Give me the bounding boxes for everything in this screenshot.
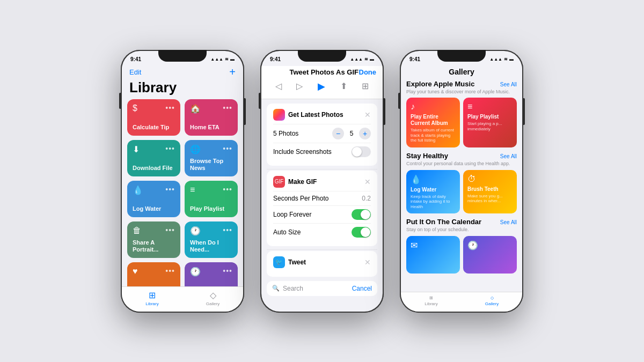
shortcut-when-do-i-need[interactable]: 🕐 ••• When Do I Need...: [185, 221, 238, 258]
signal-icon-1: ▲▲▲: [210, 57, 223, 62]
loop-forever-toggle[interactable]: [352, 209, 371, 220]
calculate-tip-menu[interactable]: •••: [165, 104, 175, 112]
email-calendar-card[interactable]: ✉: [406, 236, 460, 274]
log-water-icon: 💧: [133, 185, 143, 195]
shortcut-calculate-tip[interactable]: $ ••• Calculate Tip: [127, 99, 180, 136]
phone3-tab-bar: ⊞ Library ◇ Gallery: [401, 292, 522, 312]
shortcuts-grid: $ ••• Calculate Tip 🏠 ••• Home ETA: [122, 99, 243, 286]
gallery-tab-label-1: Gallery: [206, 301, 219, 306]
share-portrait-menu[interactable]: •••: [165, 226, 175, 234]
redo-button[interactable]: ▷: [296, 81, 303, 91]
brush-teeth-card[interactable]: ⏱ Brush Teeth Make sure you g... minutes…: [463, 170, 517, 214]
play-album-title: Play Entire Current Album: [411, 114, 456, 127]
stay-healthy-subtitle: Control your personal data using the Hea…: [406, 161, 517, 167]
play-playlist-icon: ≡: [190, 185, 195, 195]
play-playlist-card[interactable]: ≡ Play Playlist Start playing a p... imm…: [463, 98, 517, 147]
gif-done-button[interactable]: Done: [359, 68, 377, 76]
phone-3: 9:41 ▲▲▲ ≋ ▬ Gallery Explore Apple Music: [400, 50, 523, 313]
browse-top-news-menu[interactable]: •••: [223, 144, 232, 153]
gif-search-bar[interactable]: 🔍 Search Cancel: [267, 281, 377, 296]
library-title: Library: [129, 79, 236, 96]
status-icons-1: ▲▲▲ ≋ ▬: [210, 57, 235, 62]
laundry-timer-menu[interactable]: •••: [223, 267, 232, 275]
phone-3-screen: 9:41 ▲▲▲ ≋ ▬ Gallery Explore Apple Music: [401, 51, 522, 312]
photos-decrement-button[interactable]: −: [332, 128, 344, 139]
phones-container: 9:41 ▲▲▲ ≋ ▬ Edit + Library: [121, 50, 523, 313]
seconds-per-photo-row: Seconds Per Photo 0.2: [273, 191, 371, 205]
shortcut-home-eta[interactable]: 🏠 ••• Home ETA: [185, 99, 238, 136]
shortcut-aww[interactable]: ♥ ••• Aww: [127, 262, 180, 286]
shortcut-play-playlist[interactable]: ≡ ••• Play Playlist: [185, 181, 238, 217]
seconds-per-photo-value: 0.2: [362, 195, 371, 202]
music-note-icon: ♪: [411, 102, 456, 112]
tab-library-3[interactable]: ⊞ Library: [401, 295, 462, 306]
auto-size-toggle[interactable]: [352, 227, 371, 238]
twitter-icon: 🐦: [273, 256, 285, 268]
stay-healthy-see-all[interactable]: See All: [500, 153, 517, 159]
clock-calendar-card[interactable]: 🕐: [463, 236, 517, 274]
gallery-tab-icon-1: ◇: [210, 290, 216, 300]
undo-button[interactable]: ◁: [275, 81, 282, 91]
aww-menu[interactable]: •••: [165, 267, 175, 275]
gallery-content: Explore Apple Music See All Play your tu…: [401, 80, 522, 292]
time-2: 9:41: [270, 56, 281, 62]
home-eta-menu[interactable]: •••: [223, 104, 232, 112]
edit-button[interactable]: Edit: [129, 68, 141, 76]
phone-2-screen: 9:41 ▲▲▲ ≋ ▬ Tweet Photos As GIF Done ◁: [261, 51, 383, 312]
battery-icon-1: ▬: [230, 57, 235, 62]
play-playlist-title: Play Playlist: [467, 114, 513, 120]
home-eta-icon: 🏠: [190, 104, 201, 114]
library-tab-icon-1: ⊞: [149, 290, 156, 300]
seconds-per-photo-label: Seconds Per Photo: [273, 195, 328, 202]
search-icon: 🔍: [272, 285, 280, 292]
tweet-close[interactable]: ✕: [364, 258, 371, 267]
make-gif-card: GIF Make GIF ✕ Seconds Per Photo 0.2 Loo…: [267, 171, 377, 246]
download-file-menu[interactable]: •••: [165, 144, 175, 153]
battery-icon-2: ▬: [370, 57, 374, 62]
calendar-see-all[interactable]: See All: [500, 219, 517, 225]
log-water-gallery-card[interactable]: 💧 Log Water Keep track of daily intake b…: [406, 170, 460, 214]
include-screenshots-label: Include Screenshots: [273, 148, 332, 156]
apple-music-subtitle: Play your tunes & discover more of Apple…: [406, 89, 517, 95]
when-do-i-need-menu[interactable]: •••: [223, 226, 232, 234]
calculate-tip-icon: $: [133, 104, 137, 113]
tab-gallery-1[interactable]: ◇ Gallery: [182, 290, 243, 306]
make-gif-close[interactable]: ✕: [364, 178, 371, 186]
tab-gallery-3[interactable]: ◇ Gallery: [462, 295, 522, 306]
shortcut-log-water[interactable]: 💧 ••• Log Water: [127, 181, 180, 217]
shortcut-browse-top-news[interactable]: 🌐 ••• Browse Top News: [185, 140, 238, 176]
apple-music-see-all[interactable]: See All: [500, 82, 517, 87]
wifi-icon-2: ≋: [364, 57, 368, 62]
notch-3: [437, 50, 486, 62]
phone-2: 9:41 ▲▲▲ ≋ ▬ Tweet Photos As GIF Done ◁: [260, 50, 384, 313]
add-shortcut-button[interactable]: +: [229, 66, 236, 78]
download-file-label: Download File: [133, 165, 175, 172]
share-button[interactable]: ⬆: [340, 81, 347, 91]
get-latest-photos-close[interactable]: ✕: [364, 110, 371, 119]
photos-increment-button[interactable]: +: [359, 128, 371, 139]
tab-library-1[interactable]: ⊞ Library: [122, 290, 182, 306]
wifi-icon-3: ≋: [504, 57, 508, 62]
shortcut-download-file[interactable]: ⬇ ••• Download File: [127, 140, 180, 176]
tweet-card: 🐦 Tweet ✕: [267, 251, 377, 277]
play-playlist-menu[interactable]: •••: [223, 185, 232, 194]
brush-teeth-sub: Make sure you g... minutes in wher...: [467, 194, 513, 204]
gif-title: Tweet Photos As GIF: [289, 68, 359, 76]
aww-icon: ♥: [133, 267, 138, 276]
settings-button[interactable]: ⊞: [362, 81, 369, 91]
shortcut-laundry-timer[interactable]: 🕐 ••• Laundry Timer: [185, 262, 238, 286]
play-button[interactable]: ▶: [318, 80, 325, 92]
log-water-gallery-sub: Keep track of daily intake by adding it …: [411, 194, 456, 210]
share-portrait-icon: 🗑: [133, 226, 141, 235]
play-entire-album-card[interactable]: ♪ Play Entire Current Album Takes album …: [406, 98, 460, 147]
library-header: Edit + Library: [122, 66, 243, 99]
log-water-menu[interactable]: •••: [165, 185, 175, 194]
water-drop-icon: 💧: [411, 174, 456, 184]
get-latest-photos-title: Get Latest Photos: [288, 111, 343, 119]
search-cancel-button[interactable]: Cancel: [352, 285, 372, 292]
notch-2: [298, 50, 346, 62]
shortcut-share-portrait[interactable]: 🗑 ••• Share A Portrait...: [127, 221, 180, 258]
calendar-subtitle: Stay on top of your schedule.: [406, 227, 517, 233]
include-screenshots-toggle[interactable]: [352, 146, 371, 157]
email-icon: ✉: [411, 240, 456, 250]
